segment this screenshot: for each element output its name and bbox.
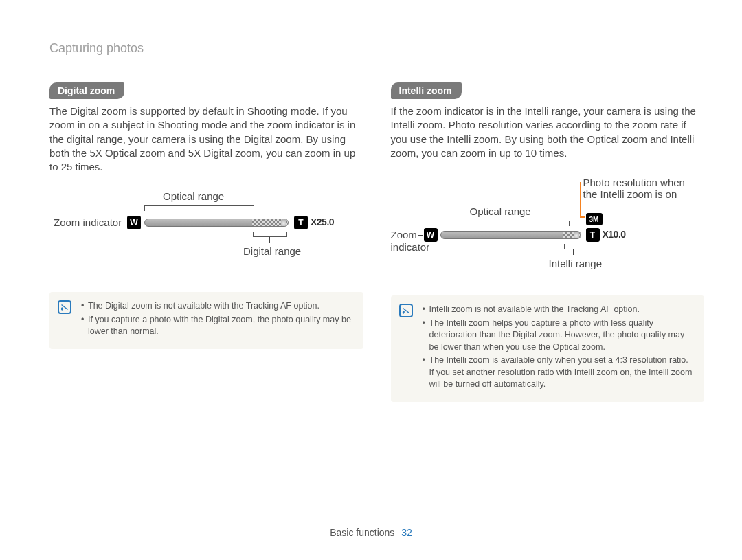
optical-range-label: Optical range bbox=[163, 190, 224, 202]
zoom-bar-r bbox=[440, 231, 581, 239]
digital-zoom-body: The Digital zoom is supported by default… bbox=[49, 104, 363, 174]
zoom-indicator-label-r1: Zoom bbox=[391, 229, 417, 240]
footer-section: Basic functions bbox=[330, 527, 394, 538]
optical-bracket-r bbox=[436, 221, 570, 226]
zoom-indicator-lead bbox=[120, 223, 126, 223]
zoom-wide-icon: W bbox=[127, 216, 141, 229]
col-intelli-zoom: Intelli zoom If the zoom indicator is in… bbox=[391, 82, 705, 402]
note-item: If you capture a photo with the Digital … bbox=[81, 314, 352, 338]
optical-bracket bbox=[144, 205, 254, 211]
res-lead-h bbox=[580, 216, 585, 218]
page-footer: Basic functions 32 bbox=[0, 527, 742, 538]
section-title-digital-zoom: Digital zoom bbox=[49, 82, 124, 99]
digital-bracket bbox=[253, 232, 287, 237]
intelli-bracket bbox=[564, 244, 583, 249]
zoom-indicator-label: Zoom indicator bbox=[54, 216, 122, 228]
optical-range-label-r: Optical range bbox=[470, 205, 531, 217]
footer-page-number: 32 bbox=[401, 527, 412, 538]
zoom-value: X25.0 bbox=[311, 216, 334, 227]
digital-zoom-diagram: Optical range Zoom indicator W T X25.0 D… bbox=[49, 190, 363, 280]
note-item: The Intelli zoom helps you capture a pho… bbox=[423, 317, 694, 354]
note-icon bbox=[58, 300, 71, 314]
zoom-tele-icon: T bbox=[294, 216, 308, 229]
zoom-wide-icon-r: W bbox=[424, 228, 438, 242]
zoom-knob bbox=[281, 219, 286, 227]
intelli-lead bbox=[573, 249, 574, 255]
zoom-value-r: X10.0 bbox=[603, 229, 626, 240]
zoom-tele-icon-r: T bbox=[586, 228, 600, 242]
intelli-range-label: Intelli range bbox=[549, 258, 603, 269]
res-lead-v bbox=[580, 182, 581, 216]
note-item: Intelli zoom is not available with the T… bbox=[423, 304, 694, 316]
resolution-icon: 3M bbox=[586, 213, 603, 225]
intelli-zoom-body: If the zoom indicator is in the Intelli … bbox=[391, 104, 705, 160]
breadcrumb: Capturing photos bbox=[49, 41, 144, 56]
section-title-intelli-zoom: Intelli zoom bbox=[391, 82, 462, 99]
zoom-knob-r bbox=[574, 231, 579, 239]
note-icon bbox=[399, 304, 413, 317]
content-columns: Digital zoom The Digital zoom is support… bbox=[49, 82, 704, 402]
note-item: The Intelli zoom is available only when … bbox=[423, 355, 694, 391]
intelli-zoom-notes: Intelli zoom is not available with the T… bbox=[391, 295, 705, 402]
photo-res-label: Photo resolution when the Intelli zoom i… bbox=[583, 177, 693, 200]
digital-zoom-notes: The Digital zoom is not available with t… bbox=[49, 292, 363, 349]
col-digital-zoom: Digital zoom The Digital zoom is support… bbox=[49, 82, 363, 402]
digital-lead bbox=[269, 237, 270, 243]
zoom-bar bbox=[144, 219, 289, 227]
intelli-zoom-diagram: Photo resolution when the Intelli zoom i… bbox=[391, 177, 705, 283]
note-item: The Digital zoom is not available with t… bbox=[81, 300, 352, 313]
digital-range-label: Digital range bbox=[243, 245, 301, 257]
zoom-indicator-label-r2: indicator bbox=[391, 241, 430, 253]
zoom-ind-lead-r bbox=[418, 235, 423, 236]
